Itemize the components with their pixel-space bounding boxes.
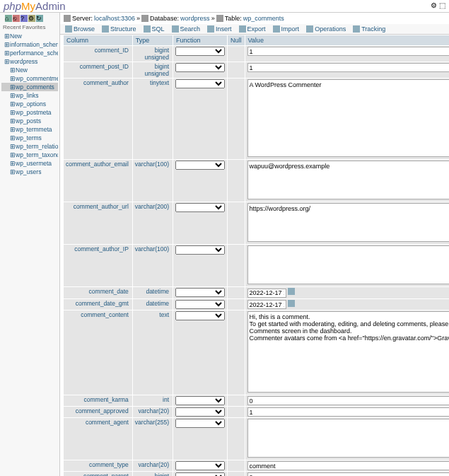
function-select[interactable] xyxy=(175,47,225,56)
value-input-comment_author_url[interactable] xyxy=(247,203,449,242)
tree-table-wp_terms[interactable]: ⊞wp_terms xyxy=(1,134,58,142)
function-select[interactable] xyxy=(175,161,225,170)
value-input-comment_parent[interactable] xyxy=(247,472,449,476)
col-label: comment_date xyxy=(64,287,133,299)
function-select[interactable] xyxy=(175,396,225,405)
tree-db-wordpress[interactable]: ⊞wordpress xyxy=(1,57,58,66)
tree-table-wp_posts[interactable]: ⊞wp_posts xyxy=(1,117,58,125)
function-select[interactable] xyxy=(175,311,225,320)
tree-table-wp_options[interactable]: ⊞wp_options xyxy=(1,100,58,108)
server-icon xyxy=(64,15,71,22)
tree-table-wp_comments[interactable]: ⊞wp_comments xyxy=(1,83,58,91)
value-input-comment_date[interactable] xyxy=(247,289,286,298)
row-comment_parent: comment_parentbigint unsigned xyxy=(64,472,450,477)
tab-sql[interactable]: SQL xyxy=(140,24,168,34)
tree-table-wp_term_relationships[interactable]: ⊞wp_term_relationships xyxy=(1,142,58,151)
col-type: varchar(200) xyxy=(132,202,173,245)
home-icon[interactable]: ⌂ xyxy=(5,15,12,22)
value-input-comment_content[interactable] xyxy=(247,311,449,393)
row-comment_agent: comment_agentvarchar(255) xyxy=(64,418,450,460)
value-input-comment_date_gmt[interactable] xyxy=(247,300,286,309)
sidebar-recent-favorites[interactable]: Recent Favorites xyxy=(1,23,58,32)
col-label: comment_author_url xyxy=(64,202,133,245)
null-cell xyxy=(228,418,245,460)
bc-table[interactable]: wp_comments xyxy=(243,15,284,22)
function-select[interactable] xyxy=(175,407,225,417)
value-input-comment_author[interactable] xyxy=(247,79,449,157)
col-type: bigint unsigned xyxy=(132,472,173,477)
tab-structure[interactable]: Structure xyxy=(98,24,140,34)
function-select[interactable] xyxy=(175,63,225,72)
function-select[interactable] xyxy=(175,472,225,476)
col-label: comment_post_ID xyxy=(64,62,133,79)
value-input-comment_agent[interactable] xyxy=(247,419,449,458)
reload-icon[interactable]: ↻ xyxy=(36,15,43,22)
col-label: comment_karma xyxy=(64,395,133,407)
row-comment_type: comment_typevarchar(20) xyxy=(64,460,450,472)
tab-browse[interactable]: Browse xyxy=(62,24,98,34)
tree-table-wp_commentmeta[interactable]: ⊞wp_commentmeta xyxy=(1,74,58,83)
function-select[interactable] xyxy=(175,203,225,212)
tree-db-new[interactable]: ⊞New xyxy=(1,66,58,74)
col-type: tinytext xyxy=(132,79,173,160)
function-select[interactable] xyxy=(175,461,225,470)
tree-table-wp_links[interactable]: ⊞wp_links xyxy=(1,91,58,100)
row-comment_author_email: comment_author_emailvarchar(100) xyxy=(64,160,450,202)
import-icon xyxy=(273,25,280,33)
calendar-icon[interactable] xyxy=(288,300,295,307)
null-cell xyxy=(228,310,245,395)
tab-import[interactable]: Import xyxy=(269,24,303,34)
calendar-icon[interactable] xyxy=(288,288,295,295)
col-label: comment_author xyxy=(64,79,133,160)
value-input-comment_ID[interactable] xyxy=(247,47,449,56)
null-cell xyxy=(228,287,245,299)
null-cell xyxy=(228,298,245,310)
tree-table-wp_usermeta[interactable]: ⊞wp_usermeta xyxy=(1,159,58,168)
function-select[interactable] xyxy=(175,288,225,297)
tree-new[interactable]: ⊞New xyxy=(1,32,58,40)
value-input-comment_author_IP[interactable] xyxy=(247,245,449,284)
col-type: bigint unsigned xyxy=(132,62,173,79)
tab-tracking[interactable]: Tracking xyxy=(349,24,389,34)
function-select[interactable] xyxy=(175,300,225,309)
table-icon xyxy=(216,15,223,22)
search-icon xyxy=(172,25,179,33)
null-cell xyxy=(228,79,245,160)
null-cell xyxy=(228,395,245,407)
col-type: varchar(100) xyxy=(132,245,173,287)
tab-search[interactable]: Search xyxy=(168,24,204,34)
col-type: varchar(20) xyxy=(132,407,173,418)
value-input-comment_karma[interactable] xyxy=(247,396,449,405)
tree-db-performance_schema[interactable]: ⊞performance_schema xyxy=(1,49,58,57)
value-input-comment_author_email[interactable] xyxy=(247,161,449,199)
null-cell xyxy=(228,407,245,418)
tree-table-wp_users[interactable]: ⊞wp_users xyxy=(1,168,58,176)
value-input-comment_post_ID[interactable] xyxy=(247,63,449,72)
function-select[interactable] xyxy=(175,419,225,428)
col-label: comment_agent xyxy=(64,418,133,460)
tree-db-information_schema[interactable]: ⊞information_schema xyxy=(1,40,58,49)
bc-database[interactable]: wordpress xyxy=(180,15,210,22)
tree-table-wp_termmeta[interactable]: ⊞wp_termmeta xyxy=(1,125,58,134)
settings-icon[interactable]: ⚙ xyxy=(28,15,35,22)
phpmyadmin-logo[interactable]: phpMyAdmin xyxy=(4,0,66,12)
tab-export[interactable]: Export xyxy=(235,24,269,34)
top-right-icons: ⚙ ⬚ xyxy=(431,1,445,9)
tab-operations[interactable]: Operations xyxy=(303,24,349,34)
tree-table-wp_postmeta[interactable]: ⊞wp_postmeta xyxy=(1,108,58,117)
function-select[interactable] xyxy=(175,245,225,255)
function-select[interactable] xyxy=(175,79,225,88)
bc-server[interactable]: localhost:3306 xyxy=(94,15,135,22)
operations-icon xyxy=(306,25,313,33)
value-input-comment_type[interactable] xyxy=(247,461,449,470)
structure-icon xyxy=(102,25,109,33)
value-input-comment_approved[interactable] xyxy=(247,407,449,417)
row-comment_author_IP: comment_author_IPvarchar(100) xyxy=(64,245,450,287)
logout-icon[interactable]: ⎋ xyxy=(13,15,20,22)
col-label: comment_date_gmt xyxy=(64,298,133,310)
null-cell xyxy=(228,62,245,79)
docs-icon[interactable]: ? xyxy=(21,15,28,22)
tree-table-wp_term_taxonomy[interactable]: ⊞wp_term_taxonomy xyxy=(1,151,58,159)
col-type: varchar(255) xyxy=(132,418,173,460)
tab-insert[interactable]: Insert xyxy=(204,24,235,34)
